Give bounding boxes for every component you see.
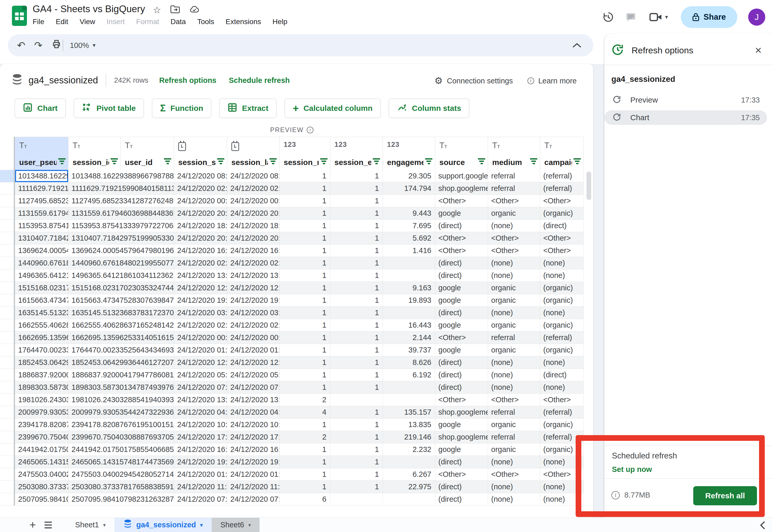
cell-session-start[interactable]: 24/12/2020 07:0 xyxy=(174,381,227,393)
cell-session-start[interactable]: 24/12/2020 01:5 xyxy=(174,468,227,480)
row-indicator[interactable] xyxy=(0,195,14,207)
menu-edit[interactable]: Edit xyxy=(56,18,68,26)
menu-help[interactable]: Help xyxy=(273,18,288,26)
cell-engagement[interactable]: 2.232 xyxy=(383,443,435,456)
cell-campaign[interactable]: (none) xyxy=(540,307,584,319)
filter-icon[interactable] xyxy=(478,158,485,165)
cell-engagement[interactable]: 135.157 xyxy=(383,406,435,418)
version-history-icon[interactable] xyxy=(602,11,614,23)
cell-session-id[interactable]: 1440960.6761848021995507745 xyxy=(68,257,174,269)
cell-session-id[interactable]: 2394178.8208767619510015179 xyxy=(68,419,174,431)
row-indicator[interactable] xyxy=(0,294,14,307)
cell-medium[interactable]: (none) xyxy=(488,369,540,381)
cell-session-number[interactable]: 1 xyxy=(280,319,330,331)
document-title[interactable]: GA4 - Sheets vs BigQuery xyxy=(33,4,145,15)
cell-engagement[interactable]: 22.975 xyxy=(383,481,435,493)
column-header-medium[interactable]: Tтmedium xyxy=(488,137,540,170)
cell-session-number[interactable]: 1 xyxy=(280,257,330,269)
cell-campaign[interactable]: (organic) xyxy=(540,294,584,306)
menu-format[interactable]: Format xyxy=(136,18,159,26)
cell-session-id[interactable]: 1111629.7192159908401581134 xyxy=(68,182,174,195)
cell-source[interactable]: google xyxy=(435,344,488,356)
column-stats-button[interactable]: Column stats xyxy=(389,98,469,118)
cell-medium[interactable]: organic xyxy=(488,294,540,306)
cell-source[interactable]: <Other> xyxy=(435,394,488,406)
cell-medium[interactable]: organic xyxy=(488,319,540,331)
cell-session-last[interactable]: 24/12/2020 02:1 xyxy=(227,257,280,269)
cell-medium[interactable]: <Other> xyxy=(488,195,540,207)
cell-source[interactable]: (direct) xyxy=(435,381,488,393)
cell-campaign[interactable]: (direct) xyxy=(540,369,584,381)
panel-item-chart[interactable]: Chart17:35 xyxy=(604,110,767,125)
cell-user-pseudo[interactable]: 1764470.0023352564343469338 xyxy=(15,344,68,356)
cell-session-engaged[interactable]: 1 xyxy=(330,282,383,294)
cell-engagement[interactable]: 174.794 xyxy=(383,182,435,195)
cell-source[interactable]: (direct) xyxy=(435,220,488,232)
avatar[interactable]: J xyxy=(748,9,765,26)
cell-session-number[interactable]: 1 xyxy=(280,344,330,356)
cell-engagement[interactable]: 29.305 xyxy=(383,170,435,182)
cell-source[interactable]: google xyxy=(435,282,488,294)
cell-source[interactable]: <Other> xyxy=(435,232,488,244)
row-indicator[interactable] xyxy=(0,232,14,245)
cell-source[interactable]: (direct) xyxy=(435,356,488,369)
cell-session-last[interactable]: 24/12/2020 02:4 xyxy=(227,182,280,195)
cell-source[interactable]: google xyxy=(435,419,488,431)
cell-session-last[interactable]: 24/12/2020 16:0 xyxy=(227,245,280,257)
cell-session-engaged[interactable]: 1 xyxy=(330,195,383,207)
cell-session-number[interactable]: 1 xyxy=(280,332,330,344)
cell-medium[interactable]: referral xyxy=(488,182,540,195)
row-indicator[interactable] xyxy=(0,468,14,481)
cell-session-last[interactable]: 24/12/2020 12:5 xyxy=(227,282,280,294)
cell-source[interactable]: shop.googlemer xyxy=(435,182,488,195)
cell-session-engaged[interactable]: 1 xyxy=(330,406,383,418)
cell-engagement[interactable]: 9.443 xyxy=(383,207,435,219)
cell-session-last[interactable]: 24/12/2020 01:1 xyxy=(227,344,280,356)
cell-session-engaged[interactable]: 1 xyxy=(330,257,383,269)
cell-medium[interactable]: organic xyxy=(488,282,540,294)
cell-medium[interactable]: (none) xyxy=(488,456,540,468)
cell-campaign[interactable]: (organic) xyxy=(540,419,584,431)
cell-user-pseudo[interactable]: 2394178.8208767619510015179 xyxy=(15,419,68,431)
cell-medium[interactable]: <Other> xyxy=(488,245,540,257)
cell-session-id[interactable]: 2503080.3733781765883859137 xyxy=(68,481,174,493)
cell-user-pseudo[interactable]: 1131559.6179460369884483699 xyxy=(15,207,68,219)
cell-session-id[interactable]: 1013488.1622938896679878884 xyxy=(68,170,174,182)
filter-icon[interactable] xyxy=(217,158,224,165)
column-header-user_pseu[interactable]: Tтuser_pseu xyxy=(15,137,68,170)
cell-medium[interactable]: referral xyxy=(488,332,540,344)
cell-session-number[interactable]: 1 xyxy=(280,456,330,468)
cell-campaign[interactable]: (organic) xyxy=(540,207,584,219)
cell-medium[interactable]: (none) xyxy=(488,220,540,232)
cell-session-id[interactable]: 1153953.8754133397972270683 xyxy=(68,220,174,232)
cell-session-engaged[interactable]: 1 xyxy=(330,456,383,468)
cell-medium[interactable]: (none) xyxy=(488,257,540,269)
cell-engagement[interactable] xyxy=(383,456,435,468)
cell-user-pseudo[interactable]: 2441942.0175017585540668582 xyxy=(15,443,68,456)
cell-session-engaged[interactable]: 1 xyxy=(330,419,383,431)
cell-session-number[interactable]: 1 xyxy=(280,195,330,207)
cell-engagement[interactable] xyxy=(383,394,435,406)
column-header-source[interactable]: Tтsource xyxy=(435,137,488,170)
cell-session-last[interactable]: 24/12/2020 00:3 xyxy=(227,332,280,344)
cell-source[interactable]: (direct) xyxy=(435,257,488,269)
cell-medium[interactable]: (none) xyxy=(488,356,540,369)
row-indicator[interactable] xyxy=(0,319,14,332)
row-indicator[interactable] xyxy=(0,381,14,394)
cell-campaign[interactable]: <Other> xyxy=(540,195,584,207)
cell-session-id[interactable]: 1662555.4062863716524814202 xyxy=(68,319,174,331)
function-button[interactable]: ΣFunction xyxy=(152,98,211,118)
cell-medium[interactable]: organic xyxy=(488,443,540,456)
filter-icon[interactable] xyxy=(320,158,327,165)
cell-session-last[interactable]: 24/12/2020 13:5 xyxy=(227,269,280,282)
cell-session-engaged[interactable]: 1 xyxy=(330,269,383,282)
pivot-table-button[interactable]: Pivot table xyxy=(74,98,144,118)
cell-session-id[interactable]: 1369624.0005457964798019681 xyxy=(68,245,174,257)
menu-data[interactable]: Data xyxy=(170,18,186,26)
cell-session-start[interactable]: 24/12/2020 05:5 xyxy=(174,369,227,381)
cell-session-id[interactable]: 2507095.9841079823126328716 xyxy=(68,493,174,505)
menu-extensions[interactable]: Extensions xyxy=(226,18,261,26)
cell-session-last[interactable]: 24/12/2020 20:5 xyxy=(227,207,280,219)
row-indicator[interactable] xyxy=(0,170,14,182)
cell-engagement[interactable]: 219.146 xyxy=(383,431,435,443)
